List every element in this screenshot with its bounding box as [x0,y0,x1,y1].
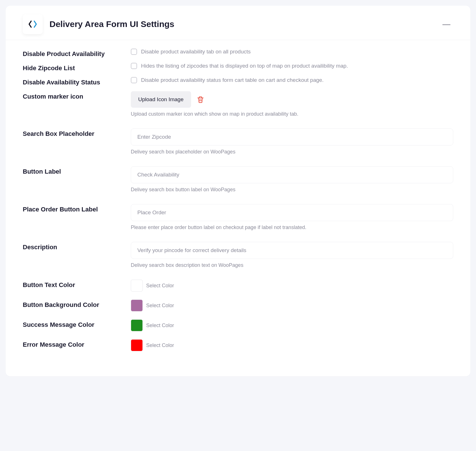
swatch-success-message-color[interactable] [131,319,143,331]
select-color-success-message[interactable]: Select Color [146,323,174,329]
label-hide-zipcode-list: Hide Zipcode List [23,63,131,72]
help-search-box-placeholder: Delivey search box placeholder on WooPag… [131,149,453,155]
help-place-order-button-label: Please enter place order button label on… [131,225,453,230]
checkbox-hide-zipcode-list[interactable] [131,63,137,69]
label-disable-product-availability: Disable Product Availability [23,49,131,58]
input-search-box-placeholder[interactable] [131,128,453,146]
row-place-order-button-label: Place Order Button Label Please enter pl… [23,204,453,230]
row-button-background-color: Button Background Color Select Color [23,300,453,311]
row-disable-product-availability: Disable Product Availability Disable pro… [23,49,453,58]
row-button-text-color: Button Text Color Select Color [23,280,453,292]
label-success-message-color: Success Message Color [23,319,131,329]
desc-disable-product-availability: Disable product availability tab on all … [141,49,251,55]
select-color-error-message[interactable]: Select Color [146,342,174,348]
panel-title: Delivery Area Form UI Settings [49,19,440,29]
row-button-label: Button Label Delivey search box button l… [23,166,453,193]
checkbox-disable-availability-status[interactable] [131,77,137,83]
help-custom-marker-icon: Upload custom marker icon which show on … [131,111,453,117]
input-description[interactable] [131,242,453,259]
row-success-message-color: Success Message Color Select Color [23,319,453,331]
desc-hide-zipcode-list: Hides the listing of zipcodes that is di… [141,63,348,69]
label-button-text-color: Button Text Color [23,280,131,289]
row-error-message-color: Error Message Color Select Color [23,339,453,351]
label-description: Description [23,242,131,251]
row-disable-availability-status: Disable Availability Status Disable prod… [23,77,453,86]
select-color-button-background[interactable]: Select Color [146,303,174,309]
label-place-order-button-label: Place Order Button Label [23,204,131,213]
swatch-button-background-color[interactable] [131,300,143,311]
label-error-message-color: Error Message Color [23,339,131,348]
settings-panel: Delivery Area Form UI Settings — Disable… [6,6,470,376]
select-color-button-text[interactable]: Select Color [146,283,174,289]
upload-icon-button[interactable]: Upload Icon Image [131,91,191,108]
label-custom-marker-icon: Custom marker icon [23,91,131,100]
help-button-label: Delivey search box button label on WooPa… [131,187,453,193]
row-description: Description Delivey search box descripti… [23,242,453,268]
panel-header: Delivery Area Form UI Settings — [6,6,470,40]
delete-icon[interactable] [197,96,204,103]
desc-disable-availability-status: Disable product availability status form… [141,77,324,83]
label-button-label: Button Label [23,166,131,175]
panel-body: Disable Product Availability Disable pro… [6,40,470,376]
input-place-order-button-label[interactable] [131,204,453,221]
swatch-error-message-color[interactable] [131,339,143,351]
row-custom-marker-icon: Custom marker icon Upload Icon Image [23,91,453,117]
label-button-background-color: Button Background Color [23,300,131,309]
label-search-box-placeholder: Search Box Placeholder [23,128,131,138]
checkbox-disable-product-availability[interactable] [131,49,137,55]
swatch-button-text-color[interactable] [131,280,143,292]
input-button-label[interactable] [131,166,453,183]
row-search-box-placeholder: Search Box Placeholder Delivey search bo… [23,128,453,155]
help-description: Delivey search box description text on W… [131,262,453,268]
app-logo-icon [23,14,43,34]
label-disable-availability-status: Disable Availability Status [23,77,131,86]
row-hide-zipcode-list: Hide Zipcode List Hides the listing of z… [23,63,453,72]
collapse-button[interactable]: — [440,18,453,30]
